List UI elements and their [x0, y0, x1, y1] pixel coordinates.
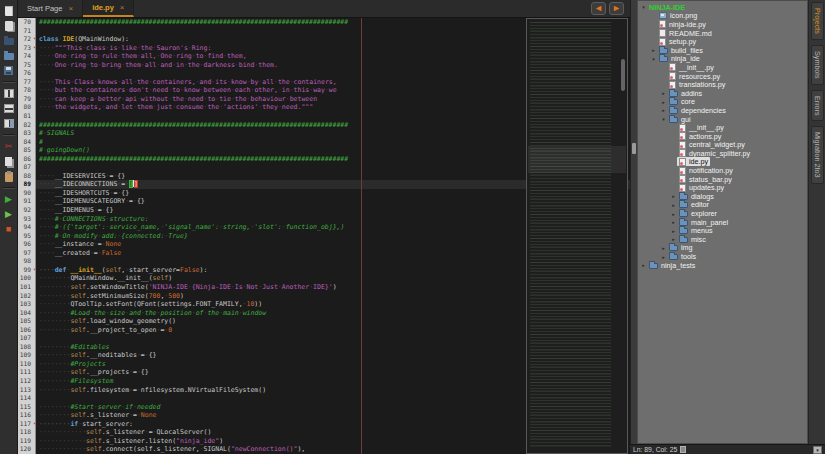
line-number: 74	[18, 52, 36, 61]
tree-item-editor[interactable]: ▸editor	[638, 201, 807, 210]
open-file-button[interactable]	[1, 34, 17, 47]
tree-item-tools[interactable]: ▸tools	[638, 252, 807, 261]
expander-closed-icon[interactable]: ▸	[670, 228, 677, 234]
tab-label: Start Page	[27, 4, 62, 13]
py-icon	[659, 38, 666, 46]
tree-item-notification-py[interactable]: notification.py	[638, 166, 807, 175]
tab-start-page[interactable]: Start Page×	[18, 0, 83, 17]
navigate-forward-button[interactable]: ►	[609, 2, 624, 15]
split-horizontal-button[interactable]	[1, 87, 17, 100]
side-tabbar: ProjectsSymbolsErrorsMigration 2to3	[808, 0, 825, 444]
tree-item-ninja-ide[interactable]: ▾NINJA-IDE	[638, 3, 807, 12]
tree-item-icon-png[interactable]: icon.png	[638, 12, 807, 21]
folder-icon	[679, 202, 688, 208]
tree-item-ninja-ide-py[interactable]: ninja-ide.py	[638, 20, 807, 29]
expander-closed-icon[interactable]: ▸	[660, 90, 667, 96]
tree-item-addins[interactable]: ▸addins	[638, 89, 807, 98]
py-icon	[679, 124, 686, 132]
navigate-back-button[interactable]: ◄	[591, 2, 606, 15]
fold-marker-icon[interactable]: ▾	[33, 265, 36, 274]
tree-item-dependencies[interactable]: ▸dependencies	[638, 106, 807, 115]
split-vertical-button[interactable]	[1, 102, 17, 115]
cut-button[interactable]: ✂	[1, 140, 17, 153]
expander-closed-icon[interactable]: ▸	[670, 202, 677, 208]
line-number: 82	[18, 121, 36, 130]
expander-closed-icon[interactable]: ▸	[640, 262, 647, 268]
tree-item-build-files[interactable]: ▸build_files	[638, 46, 807, 55]
side-tab-projects[interactable]: Projects	[811, 2, 824, 40]
copy-button[interactable]	[1, 155, 17, 168]
tree-item-dynamic-splitter-py[interactable]: dynamic_splitter.py	[638, 149, 807, 158]
tree-item-explorer[interactable]: ▸explorer	[638, 209, 807, 218]
expander-closed-icon[interactable]: ▸	[670, 193, 677, 199]
side-tab-migration-2to3[interactable]: Migration 2to3	[811, 126, 824, 184]
minimap[interactable]	[526, 18, 628, 454]
tree-item--init-py[interactable]: __init__.py	[638, 123, 807, 132]
close-tab-icon[interactable]: ×	[68, 4, 73, 13]
tree-item-core[interactable]: ▸core	[638, 98, 807, 107]
tree-item-setup-py[interactable]: setup.py	[638, 37, 807, 46]
expander-closed-icon[interactable]: ▸	[660, 107, 667, 113]
expander-closed-icon[interactable]: ▸	[660, 245, 667, 251]
tree-item-resources-py[interactable]: resources.py	[638, 72, 807, 81]
folder-icon	[669, 99, 678, 105]
panel-splitter[interactable]	[630, 0, 637, 444]
tree-item-ide-py[interactable]: ide.py	[638, 158, 807, 167]
expander-closed-icon[interactable]: ▸	[670, 219, 677, 225]
line-number: 103	[18, 300, 36, 309]
tree-item-main-panel[interactable]: ▸main_panel	[638, 218, 807, 227]
paste-button[interactable]	[1, 170, 17, 183]
tree-item--init-py[interactable]: __init__.py	[638, 63, 807, 72]
tree-item-ninja-tests[interactable]: ▸ninja_tests	[638, 261, 807, 270]
tree-item-ninja-ide[interactable]: ▾ninja_ide	[638, 55, 807, 64]
expander-open-icon[interactable]: ▾	[660, 116, 667, 122]
tree-item-actions-py[interactable]: actions.py	[638, 132, 807, 141]
minimap-viewport[interactable]	[528, 146, 626, 173]
expander-closed-icon[interactable]: ▸	[660, 99, 667, 105]
new-file-button[interactable]	[1, 4, 17, 17]
tree-item-translations-py[interactable]: translations.py	[638, 80, 807, 89]
open-project-icon	[4, 53, 14, 60]
line-number: 86	[18, 155, 36, 164]
tree-item-img[interactable]: ▸img	[638, 244, 807, 253]
expander-open-icon[interactable]: ▾	[640, 4, 647, 10]
fold-marker-icon[interactable]: ▾	[33, 34, 36, 43]
expander-closed-icon[interactable]: ▸	[660, 254, 667, 260]
tree-item-menus[interactable]: ▸menus	[638, 226, 807, 235]
expander-open-icon[interactable]: ▾	[650, 56, 657, 62]
fold-marker-icon[interactable]: ▾	[33, 43, 36, 52]
panel-selector-dropdown[interactable]: ▾	[813, 446, 822, 454]
notifications-icon[interactable]	[680, 446, 686, 453]
code-editor[interactable]: 70######################################…	[18, 18, 630, 454]
line-number: 104	[18, 309, 36, 318]
side-tab-symbols[interactable]: Symbols	[811, 45, 824, 85]
splitter-handle-icon[interactable]	[632, 143, 636, 154]
side-tab-errors[interactable]: Errors	[811, 90, 824, 122]
line-number: 114	[18, 394, 36, 403]
follow-mode-button[interactable]	[1, 117, 17, 130]
minimap-scrollbar[interactable]	[621, 59, 625, 91]
tab-ide-py[interactable]: ide.py×	[83, 0, 134, 17]
toolbar-separator	[3, 134, 15, 136]
save-button[interactable]	[1, 64, 17, 77]
expander-closed-icon[interactable]: ▸	[670, 211, 677, 217]
expander-closed-icon[interactable]: ▸	[670, 236, 677, 242]
fold-marker-icon[interactable]: ▾	[33, 419, 36, 428]
tree-item-misc[interactable]: ▸misc	[638, 235, 807, 244]
tree-item-status-bar-py[interactable]: status_bar.py	[638, 175, 807, 184]
open-project-button[interactable]	[1, 49, 17, 62]
tree-item-dialogs[interactable]: ▸dialogs	[638, 192, 807, 201]
tree-item-gui[interactable]: ▾gui	[638, 115, 807, 124]
close-tab-icon[interactable]: ×	[120, 3, 125, 12]
run-file-button[interactable]: ▶	[1, 208, 17, 221]
tree-item-readme-md[interactable]: README.md	[638, 29, 807, 38]
run-project-button[interactable]: ▶	[1, 193, 17, 206]
tree-item-central-widget-py[interactable]: central_widget.py	[638, 141, 807, 150]
new-project-button[interactable]	[1, 19, 17, 32]
img-icon	[659, 12, 667, 19]
stop-button[interactable]: ■	[1, 223, 17, 236]
line-number: 100	[18, 274, 36, 283]
line-number: 110	[18, 360, 36, 369]
tree-item-updates-py[interactable]: updates.py	[638, 183, 807, 192]
expander-closed-icon[interactable]: ▸	[650, 47, 657, 53]
